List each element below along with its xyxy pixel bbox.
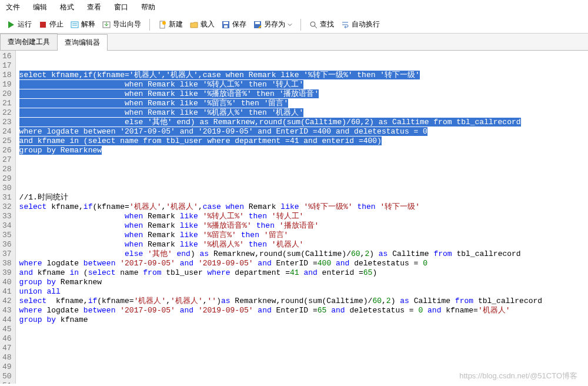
- load-icon: [190, 21, 198, 29]
- menu-window[interactable]: 窗口: [114, 2, 128, 12]
- stop-icon: [39, 21, 47, 29]
- save-icon: [222, 21, 230, 29]
- code-area[interactable]: select kfname,if(kfname='机器人','机器人',case…: [16, 51, 588, 384]
- export-icon: [102, 21, 111, 29]
- menu-help[interactable]: 帮助: [141, 2, 155, 12]
- svg-rect-7: [224, 25, 228, 28]
- save-label: 保存: [232, 19, 246, 29]
- tabs: 查询创建工具 查询编辑器: [0, 34, 588, 51]
- export-button[interactable]: 导出向导: [100, 18, 143, 31]
- stop-label: 停止: [49, 19, 64, 29]
- stop-button[interactable]: 停止: [36, 18, 66, 31]
- svg-rect-0: [40, 22, 46, 28]
- explain-button[interactable]: 解释: [68, 18, 98, 31]
- menu-file[interactable]: 文件: [6, 2, 20, 12]
- export-label: 导出向导: [113, 19, 141, 29]
- find-button[interactable]: 查找: [307, 18, 336, 31]
- menubar: 文件 编辑 格式 查看 窗口 帮助: [0, 0, 588, 16]
- new-label: 新建: [169, 19, 183, 29]
- chevron-down-icon: [288, 22, 292, 27]
- separator: [149, 19, 150, 31]
- separator: [300, 19, 301, 31]
- saveas-button[interactable]: 另存为: [251, 18, 295, 31]
- saveas-icon: [253, 21, 262, 29]
- wrap-icon: [341, 21, 349, 29]
- line-gutter: 1617181920212223242526272829303132333435…: [0, 51, 16, 384]
- tab-query-builder[interactable]: 查询创建工具: [0, 34, 58, 50]
- toolbar: 运行 停止 解释 导出向导 新建 载入 保存 另存为 查找 自动换行: [0, 16, 588, 34]
- svg-point-4: [162, 21, 166, 25]
- find-label: 查找: [320, 19, 334, 29]
- svg-point-10: [310, 22, 315, 26]
- menu-view[interactable]: 查看: [87, 2, 101, 12]
- svg-rect-6: [223, 22, 228, 24]
- search-icon: [309, 21, 318, 29]
- explain-icon: [71, 21, 79, 29]
- code-editor[interactable]: 1617181920212223242526272829303132333435…: [0, 51, 588, 384]
- run-label: 运行: [18, 19, 32, 29]
- play-icon: [7, 21, 15, 29]
- menu-format[interactable]: 格式: [60, 2, 74, 12]
- svg-rect-1: [71, 22, 78, 28]
- svg-rect-9: [255, 22, 260, 24]
- load-button[interactable]: 载入: [188, 18, 217, 31]
- new-button[interactable]: 新建: [156, 18, 185, 31]
- saveas-label: 另存为: [264, 19, 285, 29]
- wrap-button[interactable]: 自动换行: [339, 18, 382, 31]
- explain-label: 解释: [81, 19, 95, 29]
- tab-query-editor[interactable]: 查询编辑器: [57, 34, 108, 51]
- menu-edit[interactable]: 编辑: [33, 2, 47, 12]
- new-icon: [158, 21, 166, 29]
- save-button[interactable]: 保存: [219, 18, 249, 31]
- load-label: 载入: [201, 19, 215, 29]
- run-button[interactable]: 运行: [5, 18, 34, 31]
- wrap-label: 自动换行: [352, 19, 380, 29]
- watermark: https://blog.csdn.net/@51CTO博客: [459, 371, 577, 381]
